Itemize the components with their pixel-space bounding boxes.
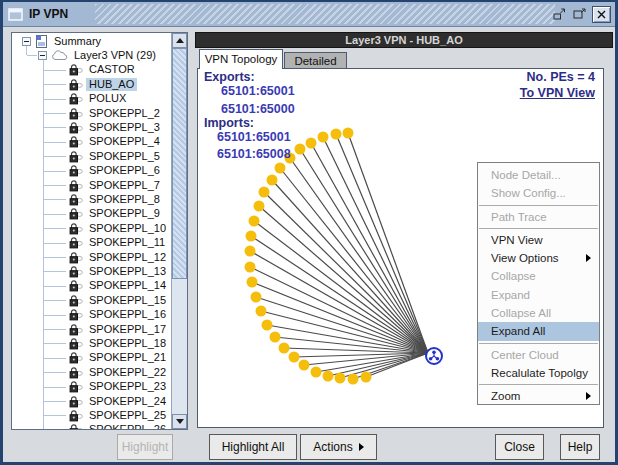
lock-cloud-icon <box>68 265 83 278</box>
menu-item[interactable]: Expand <box>478 286 599 304</box>
lock-cloud-icon <box>68 380 83 393</box>
menu-item[interactable]: Zoom <box>478 387 599 405</box>
menu-item[interactable]: Show Config... <box>478 184 599 202</box>
spoke-node[interactable] <box>251 292 262 303</box>
menu-item[interactable]: Path Trace <box>478 208 599 226</box>
import-route-target: 65101:65008 <box>217 147 291 161</box>
tree-item[interactable]: SPOKEPPL_17 <box>12 322 172 336</box>
spoke-node[interactable] <box>267 175 278 186</box>
tree-item[interactable]: SPOKEPPL_10 <box>12 221 172 235</box>
menu-item[interactable]: Recalulate Topolgy <box>478 364 599 382</box>
spoke-node[interactable] <box>245 246 256 257</box>
menu-item-label: Center Cloud <box>491 349 559 361</box>
spoke-node[interactable] <box>331 129 342 140</box>
spoke-node[interactable] <box>279 343 290 354</box>
spoke-node[interactable] <box>249 216 260 227</box>
tree-item-label: SPOKEPPL_4 <box>86 135 163 148</box>
tree-item[interactable]: POLUX <box>12 92 172 106</box>
lock-cloud-icon <box>68 251 83 264</box>
tree-item[interactable]: SPOKEPPL_16 <box>12 308 172 322</box>
tree-item[interactable]: SPOKEPPL_24 <box>12 394 172 408</box>
spoke-node[interactable] <box>254 201 265 212</box>
menu-item[interactable]: Collapse All <box>478 304 599 322</box>
help-button[interactable]: Help <box>560 434 600 460</box>
tree-item[interactable]: SPOKEPPL_18 <box>12 336 172 350</box>
spoke-node[interactable] <box>245 262 256 273</box>
close-window-button[interactable] <box>592 6 611 23</box>
tree-scrollbar[interactable] <box>171 33 187 429</box>
tree-item[interactable]: SPOKEPPL_8 <box>12 192 172 206</box>
pe-count: No. PEs = 4 <box>527 70 595 84</box>
tree-item[interactable]: SPOKEPPL_15 <box>12 293 172 307</box>
menu-item-label: Recalulate Topolgy <box>491 367 588 379</box>
tree-item[interactable]: SPOKEPPL_5 <box>12 149 172 163</box>
tree-item[interactable]: SPOKEPPL_6 <box>12 164 172 178</box>
tree-item[interactable]: SPOKEPPL_23 <box>12 380 172 394</box>
hub-node[interactable] <box>426 348 442 364</box>
spoke-node[interactable] <box>246 231 257 242</box>
tree-item-summary[interactable]: Summary <box>12 34 172 48</box>
highlight-all-button[interactable]: Highlight All <box>209 434 297 460</box>
spoke-node[interactable] <box>299 360 310 371</box>
tree-item[interactable]: HUB_AO <box>12 77 172 91</box>
spoke-node[interactable] <box>335 373 346 384</box>
menu-item[interactable]: Node Detail... <box>478 166 599 184</box>
collapse-toggle-icon[interactable] <box>38 51 47 60</box>
menu-item-label: Collapse <box>491 270 536 282</box>
spoke-node[interactable] <box>259 187 270 198</box>
spoke-node[interactable] <box>295 144 306 155</box>
collapse-toggle-icon[interactable] <box>22 37 31 46</box>
scroll-down-button[interactable] <box>172 414 187 429</box>
tree-item[interactable]: SPOKEPPL_12 <box>12 250 172 264</box>
tree-item[interactable]: CASTOR <box>12 63 172 77</box>
scrollbar-thumb[interactable] <box>172 48 187 279</box>
spoke-node[interactable] <box>247 277 258 288</box>
close-button[interactable]: Close <box>495 434 544 460</box>
tree-item[interactable]: SPOKEPPL_13 <box>12 264 172 278</box>
lock-cloud-icon <box>68 351 83 364</box>
spoke-node[interactable] <box>306 138 317 149</box>
spoke-node[interactable] <box>289 352 300 363</box>
to-vpn-view-link[interactable]: To VPN View <box>520 86 595 100</box>
spoke-node[interactable] <box>348 374 359 385</box>
menu-separator <box>479 228 598 229</box>
spoke-node[interactable] <box>361 372 372 383</box>
menu-item[interactable]: Expand All <box>478 322 599 340</box>
tree-item[interactable]: SPOKEPPL_7 <box>12 178 172 192</box>
title-bar[interactable]: IP VPN <box>3 2 615 27</box>
arrow-up-icon <box>176 38 184 43</box>
tree-item-label: SPOKEPPL_23 <box>86 380 169 393</box>
spoke-node[interactable] <box>275 163 286 174</box>
lock-cloud-icon <box>68 279 83 292</box>
menu-item[interactable]: Center Cloud <box>478 346 599 364</box>
spoke-node[interactable] <box>270 332 281 343</box>
spoke-node[interactable] <box>262 320 273 331</box>
spoke-node[interactable] <box>311 367 322 378</box>
tree-item[interactable]: SPOKEPPL_3 <box>12 120 172 134</box>
tree-item[interactable]: SPOKEPPL_14 <box>12 279 172 293</box>
tree-item[interactable]: SPOKEPPL_21 <box>12 351 172 365</box>
actions-button[interactable]: Actions <box>300 434 377 460</box>
spoke-node[interactable] <box>256 306 267 317</box>
spoke-node[interactable] <box>323 371 334 382</box>
tree-item[interactable]: SPOKEPPL_11 <box>12 236 172 250</box>
spoke-node[interactable] <box>318 132 329 143</box>
lock-cloud-icon <box>68 135 83 148</box>
spoke-node[interactable] <box>343 128 354 139</box>
menu-item[interactable]: View Options <box>478 249 599 267</box>
highlight-button[interactable]: Highlight <box>117 434 173 460</box>
scroll-up-button[interactable] <box>172 33 187 48</box>
tree-item[interactable]: SPOKEPPL_22 <box>12 365 172 379</box>
tree-item[interactable]: SPOKEPPL_9 <box>12 207 172 221</box>
menu-item[interactable]: VPN View <box>478 231 599 249</box>
tree-item[interactable]: SPOKEPPL_25 <box>12 408 172 422</box>
tab-detailed[interactable]: Detailed <box>284 52 347 69</box>
tree-item-layer3-vpn[interactable]: Layer3 VPN (29) <box>12 48 172 62</box>
iconify-button[interactable] <box>552 7 567 21</box>
maximize-button[interactable] <box>572 7 587 21</box>
menu-item[interactable]: Collapse <box>478 267 599 285</box>
tree-item[interactable]: SPOKEPPL_2 <box>12 106 172 120</box>
tree-item[interactable]: SPOKEPPL_4 <box>12 135 172 149</box>
tree-item[interactable]: SPOKEPPL_26 <box>12 423 172 429</box>
tab-vpn-topology[interactable]: VPN Topology <box>199 49 283 69</box>
